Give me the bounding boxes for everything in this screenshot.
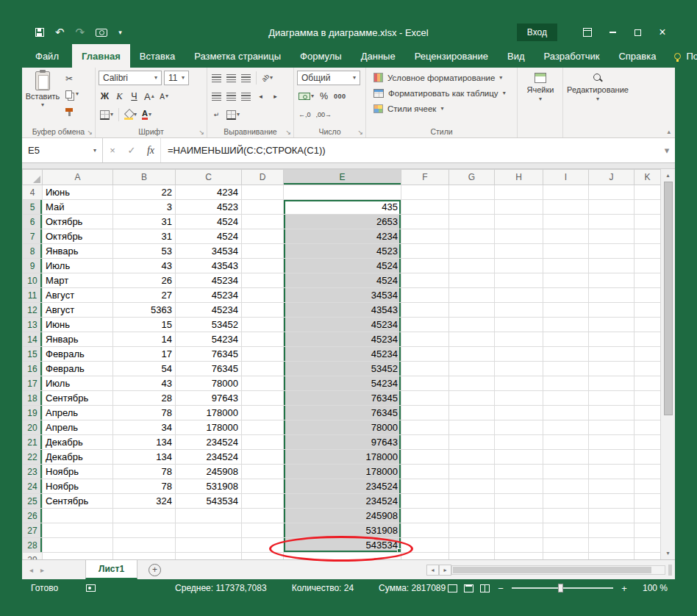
cell-F20[interactable] bbox=[401, 420, 449, 435]
cell-A21[interactable]: Декабрь bbox=[43, 435, 113, 450]
cell-C16[interactable]: 76345 bbox=[176, 362, 242, 376]
cell-G19[interactable] bbox=[449, 406, 495, 420]
cell-I22[interactable] bbox=[543, 450, 589, 465]
column-header-G[interactable]: G bbox=[449, 170, 495, 185]
cell-C9[interactable]: 43543 bbox=[176, 259, 242, 273]
align-left-button[interactable] bbox=[210, 90, 223, 104]
cell-H4[interactable] bbox=[495, 185, 543, 200]
cell-K22[interactable] bbox=[635, 450, 661, 465]
cell-J12[interactable] bbox=[589, 303, 635, 318]
align-top-button[interactable] bbox=[210, 71, 223, 85]
cell-J11[interactable] bbox=[589, 288, 635, 303]
cell-F27[interactable] bbox=[401, 523, 449, 538]
cell-B19[interactable]: 78 bbox=[113, 406, 176, 420]
cell-D25[interactable] bbox=[242, 494, 284, 509]
cell-B21[interactable]: 134 bbox=[113, 435, 176, 450]
cell-H26[interactable] bbox=[495, 509, 543, 523]
cell-E9[interactable]: 4524 bbox=[284, 259, 401, 273]
cell-G9[interactable] bbox=[449, 259, 495, 273]
cell-G18[interactable] bbox=[449, 391, 495, 406]
row-header-29[interactable]: 29 bbox=[23, 553, 43, 560]
cell-F12[interactable] bbox=[401, 303, 449, 318]
cell-A13[interactable]: Июнь bbox=[43, 318, 113, 332]
font-color-button[interactable]: А▾ bbox=[140, 108, 153, 122]
cell-B24[interactable]: 78 bbox=[113, 479, 176, 494]
cell-F7[interactable] bbox=[401, 229, 449, 244]
cell-E7[interactable]: 4234 bbox=[284, 229, 401, 244]
cell-J9[interactable] bbox=[589, 259, 635, 273]
cell-C18[interactable]: 97643 bbox=[176, 391, 242, 406]
cell-J28[interactable] bbox=[589, 538, 635, 553]
cell-A28[interactable] bbox=[43, 538, 113, 553]
cell-H24[interactable] bbox=[495, 479, 543, 494]
cell-B13[interactable]: 15 bbox=[113, 318, 176, 332]
cell-E29[interactable] bbox=[284, 553, 401, 560]
cell-A12[interactable]: Август bbox=[43, 303, 113, 318]
cell-B28[interactable] bbox=[113, 538, 176, 553]
cell-K20[interactable] bbox=[635, 420, 661, 435]
cell-E10[interactable]: 4524 bbox=[284, 273, 401, 288]
cell-I5[interactable] bbox=[543, 200, 589, 215]
cell-A19[interactable]: Апрель bbox=[43, 406, 113, 420]
copy-button[interactable]: ▾ bbox=[63, 87, 81, 101]
tab-data[interactable]: Данные bbox=[351, 44, 405, 68]
cell-H14[interactable] bbox=[495, 332, 543, 347]
cell-H9[interactable] bbox=[495, 259, 543, 273]
cell-B18[interactable]: 28 bbox=[113, 391, 176, 406]
cell-K11[interactable] bbox=[635, 288, 661, 303]
cell-B25[interactable]: 324 bbox=[113, 494, 176, 509]
cell-B4[interactable]: 22 bbox=[113, 185, 176, 200]
cell-B22[interactable]: 134 bbox=[113, 450, 176, 465]
scroll-up-arrow-icon[interactable]: ▴ bbox=[661, 169, 675, 182]
row-header-4[interactable]: 4 bbox=[23, 185, 43, 200]
cell-B7[interactable]: 31 bbox=[113, 229, 176, 244]
cell-K29[interactable] bbox=[635, 553, 661, 560]
tab-review[interactable]: Рецензирование bbox=[405, 44, 498, 68]
cell-H17[interactable] bbox=[495, 376, 543, 391]
cell-A15[interactable]: Февраль bbox=[43, 347, 113, 362]
cell-E12[interactable]: 43543 bbox=[284, 303, 401, 318]
row-header-27[interactable]: 27 bbox=[23, 523, 43, 538]
cell-C19[interactable]: 178000 bbox=[176, 406, 242, 420]
cell-D23[interactable] bbox=[242, 465, 284, 479]
row-header-11[interactable]: 11 bbox=[23, 288, 43, 303]
cell-H16[interactable] bbox=[495, 362, 543, 376]
cell-J4[interactable] bbox=[589, 185, 635, 200]
cell-D14[interactable] bbox=[242, 332, 284, 347]
cell-A24[interactable]: Ноябрь bbox=[43, 479, 113, 494]
cell-C17[interactable]: 78000 bbox=[176, 376, 242, 391]
decrease-indent-button[interactable]: ◂ bbox=[254, 90, 267, 104]
cell-E8[interactable]: 4523 bbox=[284, 244, 401, 259]
cell-D17[interactable] bbox=[242, 376, 284, 391]
bold-button[interactable]: Ж bbox=[99, 90, 111, 104]
column-header-J[interactable]: J bbox=[589, 170, 635, 185]
tab-developer[interactable]: Разработчик bbox=[535, 44, 610, 68]
cell-H15[interactable] bbox=[495, 347, 543, 362]
cell-F4[interactable] bbox=[401, 185, 449, 200]
cell-K5[interactable] bbox=[635, 200, 661, 215]
cell-G4[interactable] bbox=[449, 185, 495, 200]
sign-in-button[interactable]: Вход bbox=[517, 24, 557, 41]
align-middle-button[interactable] bbox=[225, 71, 237, 85]
cell-A10[interactable]: Март bbox=[43, 273, 113, 288]
underline-button[interactable]: Ч bbox=[128, 90, 140, 104]
cell-B10[interactable]: 26 bbox=[113, 273, 176, 288]
cell-K21[interactable] bbox=[635, 435, 661, 450]
cell-G16[interactable] bbox=[449, 362, 495, 376]
name-box[interactable]: E5 ▾ bbox=[22, 138, 103, 162]
cell-I25[interactable] bbox=[543, 494, 589, 509]
cell-I16[interactable] bbox=[543, 362, 589, 376]
cell-F17[interactable] bbox=[401, 376, 449, 391]
cell-H7[interactable] bbox=[495, 229, 543, 244]
cell-D11[interactable] bbox=[242, 288, 284, 303]
row-header-15[interactable]: 15 bbox=[23, 347, 43, 362]
orientation-button[interactable]: ab▾ bbox=[260, 71, 274, 85]
cell-G17[interactable] bbox=[449, 376, 495, 391]
column-header-D[interactable]: D bbox=[242, 170, 284, 185]
cell-G27[interactable] bbox=[449, 523, 495, 538]
cell-E22[interactable]: 178000 bbox=[284, 450, 401, 465]
cell-K10[interactable] bbox=[635, 273, 661, 288]
cell-A4[interactable]: Июнь bbox=[43, 185, 113, 200]
cell-I28[interactable] bbox=[543, 538, 589, 553]
cell-G26[interactable] bbox=[449, 509, 495, 523]
